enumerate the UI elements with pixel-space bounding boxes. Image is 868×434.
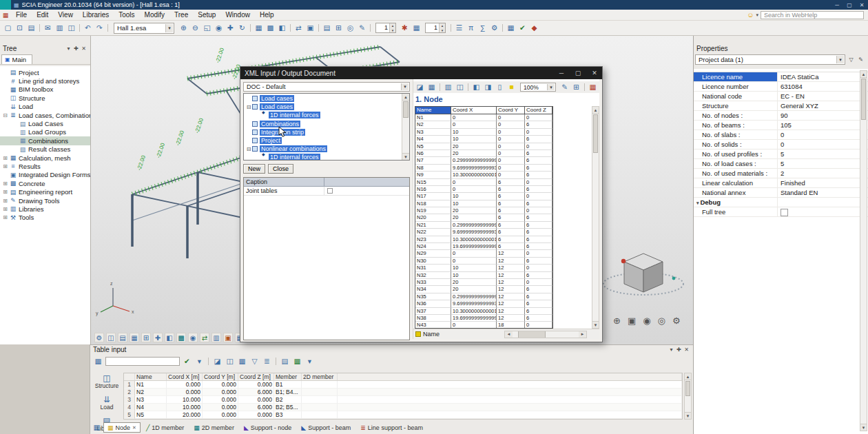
- print-picture-icon[interactable]: ▥: [211, 333, 221, 342]
- dot-grid-icon[interactable]: ⊞: [141, 333, 151, 342]
- perspective-icon[interactable]: ◎: [658, 316, 665, 326]
- redo-icon[interactable]: ↷: [94, 23, 105, 33]
- snap-icon[interactable]: ◎: [345, 23, 355, 33]
- node-row[interactable]: N369.69999999999993126: [415, 300, 552, 307]
- layout-right-icon[interactable]: ◨: [483, 82, 493, 92]
- save-icon[interactable]: ▤: [26, 23, 37, 33]
- tree-item[interactable]: ⇊Load: [0, 103, 90, 111]
- node-row[interactable]: N192060: [415, 207, 552, 214]
- pin-icon[interactable]: ✚: [675, 347, 683, 353]
- menu-item[interactable]: Window: [220, 10, 255, 20]
- node-column-header[interactable]: Coord Z: [525, 107, 552, 114]
- close-tab-icon[interactable]: ✕: [132, 425, 136, 431]
- load-scale-icon[interactable]: ✱: [400, 23, 410, 33]
- bottom-tab[interactable]: ≣Line support - beam✕: [356, 422, 427, 433]
- tree-item[interactable]: ▣Integrated Design Forms: [0, 171, 90, 179]
- property-row[interactable]: No. of load cases :5: [694, 159, 868, 169]
- filter-rows-icon[interactable]: ▽: [249, 356, 260, 366]
- layers-icon[interactable]: ▤: [118, 333, 127, 342]
- node-row[interactable]: N290120: [415, 250, 552, 257]
- layout-left-icon[interactable]: ◧: [471, 82, 482, 92]
- paste-rows-icon[interactable]: ◫: [225, 356, 235, 366]
- rotate-view-icon[interactable]: ↻: [237, 23, 247, 33]
- checkbox-icon[interactable]: [262, 112, 267, 118]
- spinner-arrows[interactable]: ▴▾: [439, 23, 445, 32]
- node-row[interactable]: N16066: [415, 186, 552, 193]
- export-document-icon[interactable]: ◪: [415, 82, 425, 92]
- shading-icon[interactable]: ▩: [176, 333, 186, 342]
- clipping-box-icon[interactable]: ◧: [277, 23, 287, 33]
- node-row[interactable]: N3819.6999999999999126: [415, 315, 552, 322]
- node-row[interactable]: N2419.699999999999966: [415, 243, 552, 250]
- input-table[interactable]: NameCoord X [m]Coord Y [m]Coord Z [m]Mem…: [123, 373, 683, 420]
- view-point-icon[interactable]: ◉: [643, 316, 650, 326]
- tree-item[interactable]: ⊞▩Concrete: [0, 179, 90, 187]
- bottom-tab[interactable]: ▦2D member✕: [189, 422, 238, 433]
- tab-main[interactable]: ▣ Main: [1, 54, 32, 64]
- xml-tree-item[interactable]: ⊟Nonlinear combinations: [244, 145, 409, 153]
- clip-box-icon[interactable]: ◧: [165, 333, 174, 342]
- menu-item[interactable]: Help: [255, 10, 279, 20]
- column-header[interactable]: Name: [135, 373, 167, 380]
- properties-selector[interactable]: Project data (1)▾: [695, 54, 845, 65]
- node-row[interactable]: N31000: [415, 129, 552, 136]
- column-settings-icon[interactable]: ▦: [237, 356, 247, 366]
- table-row[interactable]: 3N310.0000.0000.000B2: [124, 396, 682, 404]
- close-icon[interactable]: ✕: [683, 347, 690, 353]
- close-button[interactable]: Close: [268, 164, 293, 174]
- node-row[interactable]: N3210126: [415, 272, 552, 279]
- check-structure-icon[interactable]: ✔: [517, 23, 528, 33]
- zoom-out-icon[interactable]: ⊖: [190, 23, 200, 33]
- xml-tree-item[interactable]: Combinations: [244, 120, 409, 128]
- edit-icon[interactable]: ✎: [357, 23, 367, 33]
- project-selector[interactable]: Hall 1.esa▾: [114, 23, 174, 34]
- bottom-tab[interactable]: ◣Support - beam✕: [297, 422, 355, 433]
- node-row[interactable]: N300126: [415, 258, 552, 265]
- page-layout-icon[interactable]: ▯: [495, 82, 505, 92]
- property-row[interactable]: No. of used profiles :5: [694, 149, 868, 159]
- node-row[interactable]: N3710.3000000000001126: [415, 308, 552, 315]
- tree-item[interactable]: #Line grid and storeys: [0, 76, 90, 85]
- menu-item[interactable]: View: [53, 10, 78, 20]
- apply-icon[interactable]: ✔: [182, 356, 192, 366]
- tree-item[interactable]: ▦Combinations: [0, 136, 90, 145]
- dialog-minimize-button[interactable]: ─: [554, 70, 569, 76]
- xml-tree-item[interactable]: Integration strip: [244, 128, 409, 136]
- table-row[interactable]: 5N520.0000.0000.000B3: [124, 411, 682, 419]
- table-row[interactable]: 4N410.0000.0006.000B2; B5...: [124, 404, 682, 411]
- undo-icon[interactable]: ↶: [83, 23, 93, 33]
- open-project-icon[interactable]: ⊡: [14, 23, 25, 33]
- engineering-tables-icon[interactable]: ▦: [506, 23, 516, 33]
- filter-icon[interactable]: ▽: [847, 56, 855, 63]
- add-item-icon[interactable]: ⊞: [571, 82, 581, 92]
- column-header[interactable]: 2D member: [302, 373, 338, 380]
- node-row[interactable]: N350.299999999999999126: [415, 293, 552, 300]
- navigation-settings-icon[interactable]: ⚙: [672, 316, 681, 326]
- close-icon[interactable]: ✕: [80, 45, 87, 52]
- zoom-all-icon[interactable]: ◉: [214, 23, 224, 33]
- webhelp-search-input[interactable]: [761, 11, 864, 19]
- property-row[interactable]: No. of nodes :90: [694, 111, 868, 121]
- node-row[interactable]: N210.29999999999999966: [415, 222, 552, 229]
- tables-list-icon[interactable]: ▦: [92, 422, 102, 433]
- table-row[interactable]: 1N10.0000.0000.000B1: [124, 381, 682, 389]
- page-preview-icon[interactable]: ◫: [455, 82, 465, 92]
- tree-item[interactable]: ⊞✎Drawing Tools: [0, 196, 90, 205]
- ucs-icon[interactable]: ✚: [153, 333, 163, 342]
- dialog-titlebar[interactable]: XML Input / Output Document ─ ▢ ✕: [240, 67, 602, 79]
- chevron-down-icon[interactable]: ▾: [668, 347, 675, 353]
- node-row[interactable]: N910.300000000000106: [415, 172, 552, 178]
- xml-tree-item[interactable]: 1D internal forces: [244, 111, 409, 119]
- tree-item[interactable]: ▤Load Cases: [0, 119, 90, 127]
- solver-settings-icon[interactable]: ⚙: [489, 23, 499, 33]
- property-row[interactable]: National annexStandard EN: [694, 188, 868, 198]
- checkbox-icon[interactable]: [252, 130, 258, 135]
- node-column-header[interactable]: Coord X: [451, 107, 497, 114]
- excel-export-icon[interactable]: ▦: [292, 356, 302, 366]
- table-composer-icon[interactable]: ▦: [426, 82, 437, 92]
- property-row[interactable]: No. of beams :105: [694, 121, 868, 130]
- node-row[interactable]: N181066: [415, 200, 552, 207]
- calculation-icon[interactable]: π: [466, 23, 476, 33]
- menu-item[interactable]: Tree: [169, 10, 193, 20]
- layers-icon[interactable]: ▤: [322, 23, 332, 33]
